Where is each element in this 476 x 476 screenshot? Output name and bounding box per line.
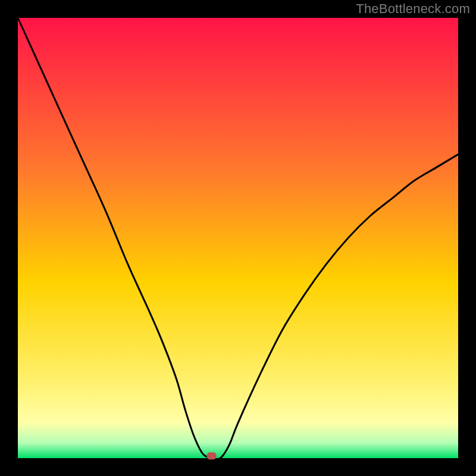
watermark-label: TheBottleneck.com bbox=[356, 1, 470, 17]
plot-background bbox=[18, 18, 458, 458]
bottleneck-chart bbox=[0, 0, 476, 476]
chart-container: TheBottleneck.com bbox=[0, 0, 476, 476]
optimum-marker bbox=[207, 452, 217, 459]
